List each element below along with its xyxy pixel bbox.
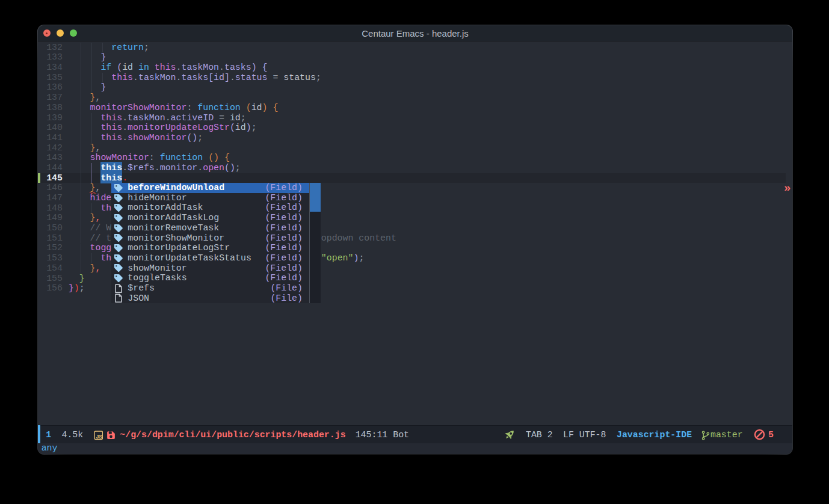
svg-text:JS: JS bbox=[96, 434, 102, 440]
